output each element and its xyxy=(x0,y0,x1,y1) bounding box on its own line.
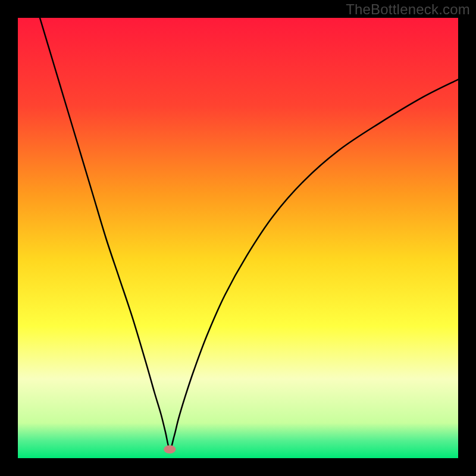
chart-background xyxy=(18,18,458,458)
target-marker xyxy=(164,445,176,453)
plot-area xyxy=(18,18,458,458)
chart-container: TheBottleneck.com xyxy=(0,0,476,476)
bottleneck-chart xyxy=(18,18,458,458)
watermark-text: TheBottleneck.com xyxy=(346,1,470,18)
